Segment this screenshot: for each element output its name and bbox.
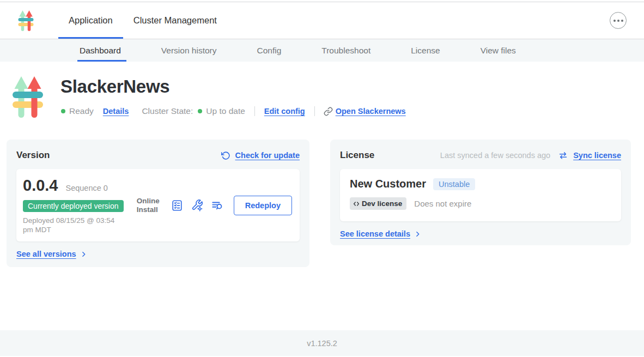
main-tab-application[interactable]: Application xyxy=(58,2,123,39)
sub-tab-config[interactable]: Config xyxy=(257,39,282,62)
see-all-versions[interactable]: See all versions xyxy=(16,250,300,258)
license-panel: New Customer Unstable Dev license Does n… xyxy=(340,169,621,221)
check-for-update-link[interactable]: Check for update xyxy=(235,151,300,160)
main-tab-application-label: Application xyxy=(69,15,113,26)
main-tab-cluster-management-label: Cluster Management xyxy=(133,15,217,26)
redeploy-button[interactable]: Redeploy xyxy=(234,196,292,215)
code-brackets-icon xyxy=(353,200,360,208)
cluster-state-value: Up to date xyxy=(206,106,245,116)
check-for-update[interactable]: Check for update xyxy=(221,151,300,160)
top-nav: Application Cluster Management xyxy=(0,2,644,39)
chevron-right-icon xyxy=(414,231,421,238)
see-license-details-link[interactable]: See license details xyxy=(340,229,410,238)
overflow-menu-button[interactable] xyxy=(610,12,627,29)
sub-tab-dashboard[interactable]: Dashboard xyxy=(80,39,121,62)
app-logo-large-icon xyxy=(12,75,44,119)
sync-arrows-icon xyxy=(558,150,568,161)
see-license-details[interactable]: See license details xyxy=(340,229,621,238)
install-type-label: Online Install xyxy=(137,197,163,214)
sub-tab-view-files[interactable]: View files xyxy=(481,39,516,62)
app-status-row: Ready Details Cluster State: Up to date … xyxy=(61,106,406,116)
last-synced-label: Last synced a few seconds ago xyxy=(440,151,550,160)
refresh-icon xyxy=(221,151,230,160)
status-divider xyxy=(254,106,255,116)
app-status-label: Ready xyxy=(69,106,94,116)
app-sub-nav: Dashboard Version history Config Trouble… xyxy=(0,39,644,62)
deploy-logs-magnifier-icon[interactable] xyxy=(211,199,223,212)
sub-tab-version-history[interactable]: Version history xyxy=(161,39,217,62)
admin-console-page: Application Cluster Management Dashboard… xyxy=(0,0,644,357)
main-nav-tabs: Application Cluster Management xyxy=(58,2,227,39)
see-all-versions-link[interactable]: See all versions xyxy=(16,250,76,258)
sub-tab-license[interactable]: License xyxy=(411,39,440,62)
details-link[interactable]: Details xyxy=(103,107,129,116)
current-version-panel: 0.0.4 Sequence 0 Currently deployed vers… xyxy=(16,169,300,241)
console-version: v1.125.2 xyxy=(307,339,337,348)
preflight-checklist-icon[interactable] xyxy=(171,199,183,212)
chain-link-icon xyxy=(324,107,333,116)
sub-tab-troubleshoot[interactable]: Troubleshoot xyxy=(321,39,370,62)
edit-config-link[interactable]: Edit config xyxy=(264,107,305,116)
channel-badge: Unstable xyxy=(433,178,475,190)
status-divider-2 xyxy=(314,106,315,116)
dashboard-content: SlackerNews Ready Details Cluster State:… xyxy=(0,62,644,330)
deployed-status-badge: Currently deployed version xyxy=(23,200,124,212)
cluster-state-label: Cluster State: xyxy=(142,106,193,116)
license-type-label: Dev license xyxy=(362,199,402,208)
cluster-state-dot-icon xyxy=(198,109,202,113)
version-card: Version Check for update 0.0.4 Sequence … xyxy=(7,140,309,267)
main-tab-cluster-management[interactable]: Cluster Management xyxy=(123,2,227,39)
license-expiration: Does not expire xyxy=(414,199,471,208)
sequence-label: Sequence 0 xyxy=(66,184,108,192)
version-number: 0.0.4 xyxy=(23,177,58,195)
version-actions: Online Install xyxy=(137,177,292,234)
license-card-title: License xyxy=(340,150,374,161)
console-footer: v1.125.2 xyxy=(0,330,644,356)
app-logo-icon xyxy=(18,10,34,32)
app-ready-dot-icon xyxy=(61,109,65,113)
wrench-gear-config-icon[interactable] xyxy=(191,199,203,212)
deployed-timestamp: Deployed 08/15/25 @ 03:54 pm MDT xyxy=(23,216,126,234)
customer-name: New Customer xyxy=(350,178,426,190)
license-card: License Last synced a few seconds ago Sy… xyxy=(330,140,631,245)
version-card-title: Version xyxy=(16,150,50,161)
app-title: SlackerNews xyxy=(60,76,169,97)
license-type-badge: Dev license xyxy=(350,197,406,210)
ellipsis-icon xyxy=(613,20,616,22)
open-app-link[interactable]: Open Slackernews xyxy=(336,107,406,116)
sync-license-link[interactable]: Sync license xyxy=(573,151,621,160)
chevron-right-icon xyxy=(80,251,87,258)
